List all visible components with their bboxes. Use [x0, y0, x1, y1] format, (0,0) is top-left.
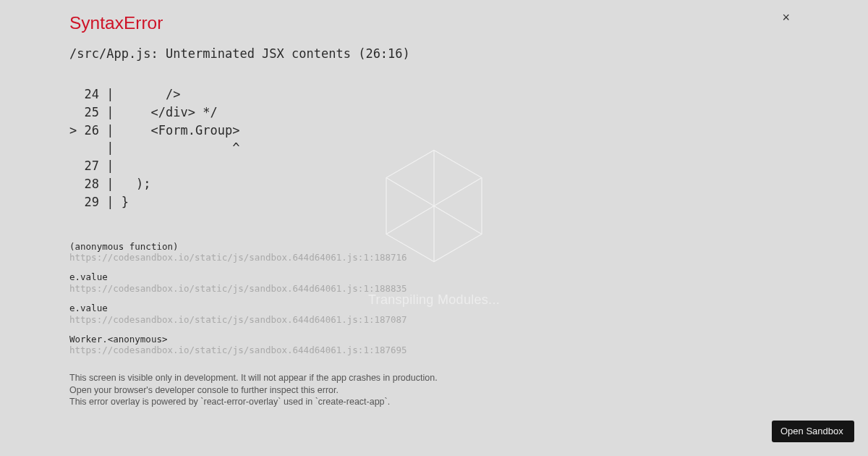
stack-function: e.value	[69, 272, 799, 282]
overlay-footer-note: This screen is visible only in developme…	[69, 372, 799, 409]
stack-frame: (anonymous function) https://codesandbox…	[69, 242, 799, 263]
stack-location: https://codesandbox.io/static/js/sandbox…	[69, 284, 799, 294]
stack-trace: (anonymous function) https://codesandbox…	[69, 242, 799, 356]
open-sandbox-button[interactable]: Open Sandbox	[772, 421, 854, 442]
error-code-frame: 24 | /> 25 | </div> */ > 26 | <Form.Grou…	[69, 85, 799, 211]
footer-line: This error overlay is powered by `react-…	[69, 396, 799, 408]
stack-function: (anonymous function)	[69, 242, 799, 252]
close-button[interactable]: ×	[782, 11, 790, 24]
stack-frame: e.value https://codesandbox.io/static/js…	[69, 272, 799, 294]
stack-frame: Worker.<anonymous> https://codesandbox.i…	[69, 334, 799, 356]
error-overlay: × SyntaxError /src/App.js: Unterminated …	[0, 0, 868, 456]
stack-location: https://codesandbox.io/static/js/sandbox…	[69, 345, 799, 355]
error-title: SyntaxError	[69, 13, 799, 33]
stack-function: e.value	[69, 303, 799, 313]
stack-location: https://codesandbox.io/static/js/sandbox…	[69, 315, 799, 325]
stack-location: https://codesandbox.io/static/js/sandbox…	[69, 253, 799, 263]
footer-line: This screen is visible only in developme…	[69, 372, 799, 384]
stack-frame: e.value https://codesandbox.io/static/js…	[69, 303, 799, 325]
error-message: /src/App.js: Unterminated JSX contents (…	[69, 46, 799, 61]
stack-function: Worker.<anonymous>	[69, 334, 799, 345]
footer-line: Open your browser's developer console to…	[69, 384, 799, 397]
